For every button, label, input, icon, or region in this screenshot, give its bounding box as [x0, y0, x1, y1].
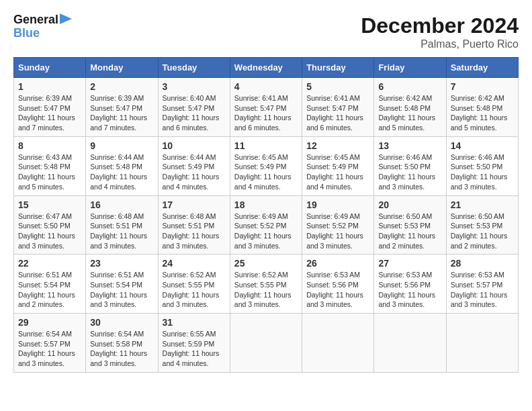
daylight-label: Daylight: 11 hours and 7 minutes.	[90, 113, 147, 132]
day-cell: 30 Sunrise: 6:54 AM Sunset: 5:58 PM Dayl…	[86, 314, 158, 373]
day-number: 13	[378, 140, 441, 151]
day-number: 15	[18, 199, 81, 210]
sunset-label: Sunset: 5:55 PM	[163, 281, 215, 289]
sunrise-label: Sunrise: 6:44 AM	[90, 153, 144, 161]
daylight-label: Daylight: 11 hours and 3 minutes.	[451, 173, 508, 191]
day-info: Sunrise: 6:46 AM Sunset: 5:50 PM Dayligh…	[378, 152, 441, 192]
sunset-label: Sunset: 5:53 PM	[378, 222, 431, 230]
sunset-label: Sunset: 5:50 PM	[451, 163, 503, 171]
daylight-label: Daylight: 11 hours and 4 minutes.	[306, 173, 363, 191]
sunrise-label: Sunrise: 6:51 AM	[90, 271, 144, 279]
sunrise-label: Sunrise: 6:49 AM	[306, 212, 360, 220]
header-thursday: Thursday	[302, 58, 374, 78]
sunset-label: Sunset: 5:49 PM	[163, 163, 215, 171]
day-cell: 7 Sunrise: 6:42 AM Sunset: 5:48 PM Dayli…	[446, 78, 518, 137]
sunrise-label: Sunrise: 6:42 AM	[378, 94, 432, 102]
day-cell: 28 Sunrise: 6:53 AM Sunset: 5:57 PM Dayl…	[446, 255, 518, 314]
week-row-2: 8 Sunrise: 6:43 AM Sunset: 5:48 PM Dayli…	[14, 136, 519, 195]
day-info: Sunrise: 6:53 AM Sunset: 5:57 PM Dayligh…	[451, 270, 514, 310]
daylight-label: Daylight: 11 hours and 3 minutes.	[18, 349, 75, 367]
sunset-label: Sunset: 5:54 PM	[90, 281, 142, 289]
sunset-label: Sunset: 5:55 PM	[234, 281, 287, 289]
daylight-label: Daylight: 11 hours and 5 minutes.	[18, 173, 75, 191]
day-cell: 13 Sunrise: 6:46 AM Sunset: 5:50 PM Dayl…	[374, 136, 446, 195]
sunrise-label: Sunrise: 6:45 AM	[234, 153, 288, 161]
day-number: 1	[18, 81, 81, 92]
day-info: Sunrise: 6:41 AM Sunset: 5:47 PM Dayligh…	[234, 93, 298, 133]
day-info: Sunrise: 6:47 AM Sunset: 5:50 PM Dayligh…	[18, 212, 81, 251]
sunrise-label: Sunrise: 6:41 AM	[306, 94, 360, 102]
daylight-label: Daylight: 11 hours and 2 minutes.	[378, 232, 435, 250]
sunrise-label: Sunrise: 6:53 AM	[451, 271, 504, 279]
day-cell: 2 Sunrise: 6:39 AM Sunset: 5:47 PM Dayli…	[86, 78, 158, 137]
day-cell: 4 Sunrise: 6:41 AM Sunset: 5:47 PM Dayli…	[230, 78, 302, 137]
calendar-table: SundayMondayTuesdayWednesdayThursdayFrid…	[13, 57, 519, 373]
sunset-label: Sunset: 5:47 PM	[306, 104, 359, 112]
sunset-label: Sunset: 5:59 PM	[163, 340, 215, 348]
day-cell: 12 Sunrise: 6:45 AM Sunset: 5:49 PM Dayl…	[302, 136, 374, 195]
header-row: SundayMondayTuesdayWednesdayThursdayFrid…	[14, 58, 519, 78]
logo: General Blue	[13, 13, 75, 40]
daylight-label: Daylight: 11 hours and 3 minutes.	[90, 349, 147, 367]
daylight-label: Daylight: 11 hours and 4 minutes.	[90, 173, 147, 191]
day-cell: 21 Sunrise: 6:50 AM Sunset: 5:53 PM Dayl…	[446, 195, 518, 255]
week-row-5: 29 Sunrise: 6:54 AM Sunset: 5:57 PM Dayl…	[14, 314, 519, 373]
day-number: 29	[18, 317, 81, 328]
day-number: 30	[90, 317, 153, 328]
sunrise-label: Sunrise: 6:54 AM	[90, 330, 144, 338]
day-number: 18	[234, 199, 298, 210]
sunrise-label: Sunrise: 6:48 AM	[163, 212, 216, 220]
sunset-label: Sunset: 5:47 PM	[18, 104, 71, 112]
day-info: Sunrise: 6:51 AM Sunset: 5:54 PM Dayligh…	[90, 270, 153, 310]
location: Palmas, Puerto Rico	[361, 38, 519, 50]
day-cell: 17 Sunrise: 6:48 AM Sunset: 5:51 PM Dayl…	[158, 195, 230, 255]
day-info: Sunrise: 6:46 AM Sunset: 5:50 PM Dayligh…	[451, 152, 514, 192]
sunset-label: Sunset: 5:53 PM	[451, 222, 503, 230]
day-info: Sunrise: 6:49 AM Sunset: 5:52 PM Dayligh…	[234, 212, 298, 251]
day-number: 28	[451, 258, 514, 269]
sunrise-label: Sunrise: 6:52 AM	[234, 271, 288, 279]
day-cell: 24 Sunrise: 6:52 AM Sunset: 5:55 PM Dayl…	[158, 255, 230, 314]
daylight-label: Daylight: 11 hours and 3 minutes.	[234, 232, 292, 250]
sunrise-label: Sunrise: 6:47 AM	[18, 212, 72, 220]
day-info: Sunrise: 6:52 AM Sunset: 5:55 PM Dayligh…	[163, 270, 226, 310]
daylight-label: Daylight: 11 hours and 2 minutes.	[18, 291, 75, 309]
header-sunday: Sunday	[14, 58, 86, 78]
daylight-label: Daylight: 11 hours and 3 minutes.	[90, 232, 147, 250]
sunset-label: Sunset: 5:48 PM	[451, 104, 503, 112]
day-cell: 18 Sunrise: 6:49 AM Sunset: 5:52 PM Dayl…	[230, 195, 302, 255]
sunrise-label: Sunrise: 6:46 AM	[378, 153, 432, 161]
daylight-label: Daylight: 11 hours and 3 minutes.	[90, 291, 147, 309]
week-row-3: 15 Sunrise: 6:47 AM Sunset: 5:50 PM Dayl…	[14, 195, 519, 255]
day-info: Sunrise: 6:39 AM Sunset: 5:47 PM Dayligh…	[18, 93, 81, 133]
logo-blue: Blue	[13, 27, 75, 40]
logo-flag-icon	[60, 13, 75, 27]
day-cell: 19 Sunrise: 6:49 AM Sunset: 5:52 PM Dayl…	[302, 195, 374, 255]
daylight-label: Daylight: 11 hours and 7 minutes.	[18, 113, 75, 132]
daylight-label: Daylight: 11 hours and 5 minutes.	[451, 113, 508, 132]
day-cell: 8 Sunrise: 6:43 AM Sunset: 5:48 PM Dayli…	[14, 136, 86, 195]
day-number: 21	[451, 199, 514, 210]
title-area: December 2024 Palmas, Puerto Rico	[361, 13, 519, 50]
sunrise-label: Sunrise: 6:51 AM	[18, 271, 72, 279]
sunset-label: Sunset: 5:48 PM	[90, 163, 142, 171]
daylight-label: Daylight: 11 hours and 4 minutes.	[234, 173, 292, 191]
day-info: Sunrise: 6:55 AM Sunset: 5:59 PM Dayligh…	[163, 329, 226, 369]
daylight-label: Daylight: 11 hours and 4 minutes.	[163, 349, 220, 367]
sunrise-label: Sunrise: 6:44 AM	[163, 153, 216, 161]
sunrise-label: Sunrise: 6:39 AM	[90, 94, 144, 102]
day-number: 26	[306, 258, 369, 269]
day-info: Sunrise: 6:39 AM Sunset: 5:47 PM Dayligh…	[90, 93, 153, 133]
header-monday: Monday	[86, 58, 158, 78]
day-info: Sunrise: 6:44 AM Sunset: 5:48 PM Dayligh…	[90, 152, 153, 192]
day-number: 19	[306, 199, 369, 210]
sunrise-label: Sunrise: 6:40 AM	[163, 94, 216, 102]
day-cell: 9 Sunrise: 6:44 AM Sunset: 5:48 PM Dayli…	[86, 136, 158, 195]
sunrise-label: Sunrise: 6:55 AM	[163, 330, 216, 338]
day-info: Sunrise: 6:45 AM Sunset: 5:49 PM Dayligh…	[234, 152, 298, 192]
day-cell	[302, 314, 374, 373]
sunset-label: Sunset: 5:51 PM	[90, 222, 142, 230]
day-number: 17	[163, 199, 226, 210]
day-cell: 5 Sunrise: 6:41 AM Sunset: 5:47 PM Dayli…	[302, 78, 374, 137]
day-number: 22	[18, 258, 81, 269]
